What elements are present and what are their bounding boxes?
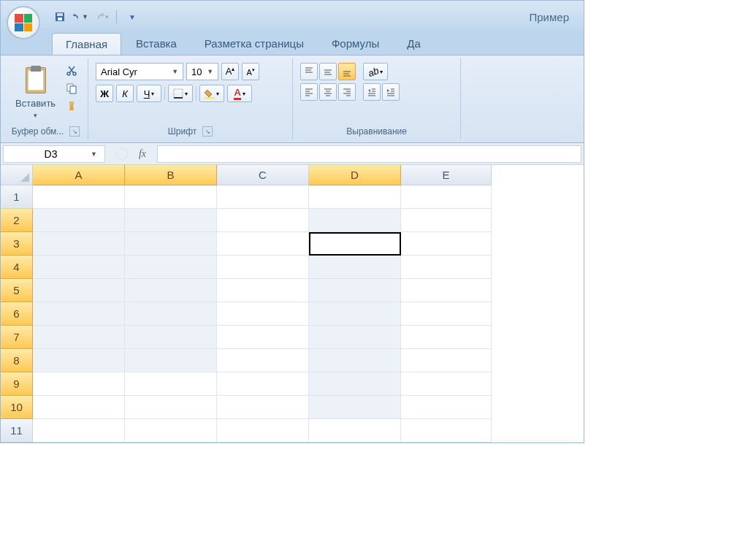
cell-e1[interactable]	[401, 185, 492, 209]
row-header-5[interactable]: 5	[1, 279, 33, 302]
row-header-10[interactable]: 10	[1, 396, 33, 419]
cell-a8[interactable]	[33, 349, 125, 372]
undo-button[interactable]: ▼	[72, 9, 88, 25]
cell-e7[interactable]	[401, 326, 492, 349]
cell-a7[interactable]	[33, 326, 125, 349]
cell-a5[interactable]	[33, 279, 125, 302]
clipboard-launcher[interactable]: ↘	[69, 126, 80, 137]
redo-button[interactable]: ▾	[93, 9, 109, 25]
cell-d1[interactable]	[309, 185, 401, 209]
row-header-4[interactable]: 4	[1, 256, 33, 279]
increase-font-button[interactable]: A▴	[221, 63, 239, 80]
fill-color-button[interactable]: ▾	[199, 85, 224, 102]
align-right-button[interactable]	[338, 83, 356, 101]
cell-b1[interactable]	[125, 185, 217, 209]
font-size-combo[interactable]: 10 ▼	[186, 63, 218, 80]
cell-b11[interactable]	[125, 419, 217, 442]
row-header-11[interactable]: 11	[1, 419, 33, 442]
format-painter-button[interactable]	[63, 98, 80, 114]
cell-b9[interactable]	[125, 372, 217, 396]
cell-a9[interactable]	[33, 372, 125, 396]
col-header-e[interactable]: E	[401, 165, 492, 185]
align-middle-button[interactable]	[319, 63, 337, 80]
cell-a4[interactable]	[33, 256, 125, 279]
cell-e11[interactable]	[401, 419, 492, 442]
cell-e2[interactable]	[401, 209, 492, 232]
tab-page-layout[interactable]: Разметка страницы	[191, 33, 317, 55]
align-left-button[interactable]	[300, 83, 318, 101]
font-name-combo[interactable]: Arial Cyr ▼	[96, 63, 183, 80]
cell-d2[interactable]	[309, 209, 401, 232]
cell-b6[interactable]	[125, 302, 217, 326]
col-header-b[interactable]: B	[125, 165, 217, 185]
cell-c7[interactable]	[217, 326, 309, 349]
row-header-6[interactable]: 6	[1, 302, 33, 326]
row-header-3[interactable]: 3	[1, 232, 33, 256]
cell-a11[interactable]	[33, 419, 125, 442]
cell-a10[interactable]	[33, 396, 125, 419]
cell-d6[interactable]	[309, 302, 401, 326]
cell-c5[interactable]	[217, 279, 309, 302]
cell-c9[interactable]	[217, 372, 309, 396]
font-color-button[interactable]: A ▾	[227, 85, 252, 102]
insert-function-button[interactable]: fx	[134, 146, 151, 162]
tab-insert[interactable]: Вставка	[123, 33, 190, 55]
cell-c10[interactable]	[217, 396, 309, 419]
bold-button[interactable]: Ж	[96, 85, 113, 102]
cell-e5[interactable]	[401, 279, 492, 302]
col-header-c[interactable]: C	[217, 165, 309, 185]
italic-button[interactable]: К	[116, 85, 134, 102]
borders-button[interactable]: ▾	[168, 85, 193, 102]
cell-c2[interactable]	[217, 209, 309, 232]
row-header-9[interactable]: 9	[1, 372, 33, 396]
underline-button[interactable]: Ч▾	[137, 85, 161, 102]
cell-e6[interactable]	[401, 302, 492, 326]
cell-b3[interactable]	[125, 232, 217, 256]
cell-b10[interactable]	[125, 396, 217, 419]
cell-d7[interactable]	[309, 326, 401, 349]
cell-d11[interactable]	[309, 419, 401, 442]
cell-e3[interactable]	[401, 232, 492, 256]
decrease-indent-button[interactable]	[363, 83, 381, 101]
cell-c11[interactable]	[217, 419, 309, 442]
cell-d3[interactable]	[309, 232, 401, 256]
cell-c6[interactable]	[217, 302, 309, 326]
row-header-8[interactable]: 8	[1, 349, 33, 372]
row-header-2[interactable]: 2	[1, 209, 33, 232]
cell-c3[interactable]	[217, 232, 309, 256]
cell-c4[interactable]	[217, 256, 309, 279]
cell-d10[interactable]	[309, 396, 401, 419]
row-header-7[interactable]: 7	[1, 326, 33, 349]
cell-e8[interactable]	[401, 349, 492, 372]
cell-e10[interactable]	[401, 396, 492, 419]
cell-c8[interactable]	[217, 349, 309, 372]
row-header-1[interactable]: 1	[1, 185, 33, 209]
tab-data[interactable]: Да	[394, 33, 434, 55]
customize-qat-button[interactable]: ▼	[124, 9, 140, 25]
formula-input[interactable]	[157, 145, 581, 163]
align-top-button[interactable]	[300, 63, 318, 80]
decrease-font-button[interactable]: A▾	[242, 63, 259, 80]
office-button[interactable]	[7, 6, 40, 39]
name-box[interactable]: D3 ▼	[3, 145, 105, 163]
save-button[interactable]	[52, 9, 68, 25]
increase-indent-button[interactable]	[382, 83, 400, 101]
cell-a1[interactable]	[33, 185, 125, 209]
cut-button[interactable]	[63, 63, 80, 79]
cell-d8[interactable]	[309, 349, 401, 372]
cell-d5[interactable]	[309, 279, 401, 302]
cell-a3[interactable]	[33, 232, 125, 256]
orientation-button[interactable]: ab▾	[363, 63, 388, 80]
cell-e9[interactable]	[401, 372, 492, 396]
cell-c1[interactable]	[217, 185, 309, 209]
cancel-formula-button[interactable]	[113, 146, 131, 162]
font-launcher[interactable]: ↘	[202, 126, 213, 137]
cell-e4[interactable]	[401, 256, 492, 279]
cell-a2[interactable]	[33, 209, 125, 232]
cell-b4[interactable]	[125, 256, 217, 279]
cell-b2[interactable]	[125, 209, 217, 232]
align-center-button[interactable]	[319, 83, 337, 101]
cell-b5[interactable]	[125, 279, 217, 302]
cell-b7[interactable]	[125, 326, 217, 349]
cell-a6[interactable]	[33, 302, 125, 326]
